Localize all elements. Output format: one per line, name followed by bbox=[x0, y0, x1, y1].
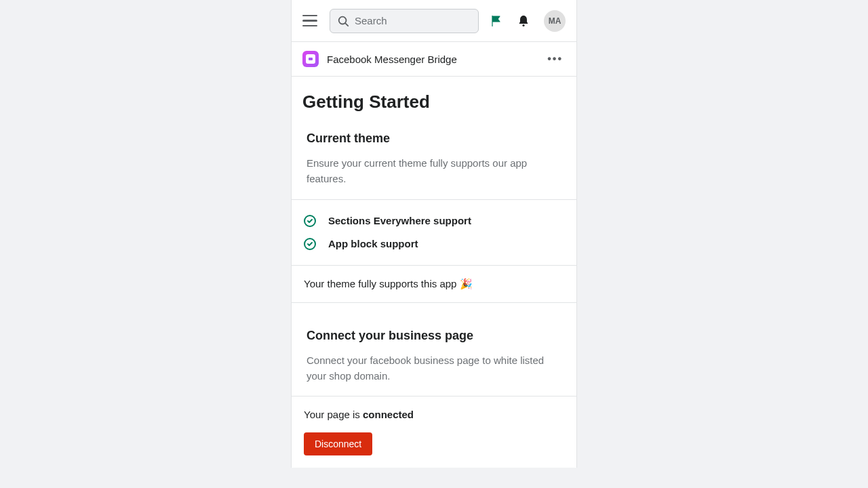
menu-icon[interactable] bbox=[302, 12, 321, 30]
app-title-wrap: Facebook Messenger Bridge bbox=[302, 51, 457, 67]
search-icon bbox=[337, 15, 349, 27]
check-item-label: App block support bbox=[328, 238, 418, 249]
section-description: Ensure your current theme fully supports… bbox=[307, 155, 561, 187]
avatar[interactable]: MA bbox=[544, 10, 566, 32]
svg-point-0 bbox=[339, 16, 347, 24]
connect-status-card: Your page is connected Disconnect bbox=[292, 396, 576, 468]
search-field[interactable] bbox=[330, 9, 479, 33]
checklist: Sections Everywhere support App block su… bbox=[292, 200, 576, 265]
section-header: Connect your business page Connect your … bbox=[292, 329, 576, 396]
check-circle-icon bbox=[304, 238, 316, 250]
app-container: MA Facebook Messenger Bridge ••• Getting… bbox=[291, 0, 577, 468]
theme-support-card: Sections Everywhere support App block su… bbox=[292, 199, 576, 303]
svg-line-1 bbox=[346, 23, 349, 26]
app-header: Facebook Messenger Bridge ••• bbox=[292, 42, 576, 77]
svg-point-2 bbox=[522, 24, 524, 26]
section-title: Current theme bbox=[307, 131, 561, 146]
app-logo-icon bbox=[302, 51, 319, 67]
bell-icon[interactable] bbox=[517, 14, 530, 28]
flag-icon[interactable] bbox=[490, 14, 503, 28]
status-value: connected bbox=[363, 409, 414, 420]
list-item: Sections Everywhere support bbox=[304, 209, 564, 232]
topbar-actions: MA bbox=[490, 10, 566, 32]
section-description: Connect your facebook business page to w… bbox=[307, 352, 561, 384]
avatar-initials: MA bbox=[549, 16, 561, 26]
app-name: Facebook Messenger Bridge bbox=[327, 54, 457, 65]
search-input[interactable] bbox=[355, 15, 471, 26]
section-current-theme: Current theme Ensure your current theme … bbox=[292, 131, 576, 303]
more-icon[interactable]: ••• bbox=[545, 50, 566, 68]
connection-status: Your page is connected bbox=[304, 409, 564, 420]
disconnect-button[interactable]: Disconnect bbox=[304, 432, 372, 455]
list-item: App block support bbox=[304, 232, 564, 256]
theme-support-footer: Your theme fully supports this app 🎉 bbox=[292, 265, 576, 302]
status-prefix: Your page is bbox=[304, 409, 363, 420]
check-item-label: Sections Everywhere support bbox=[328, 215, 471, 226]
page-title: Getting Started bbox=[292, 77, 576, 131]
topbar: MA bbox=[292, 0, 576, 42]
check-circle-icon bbox=[304, 215, 316, 227]
section-header: Current theme Ensure your current theme … bbox=[292, 131, 576, 199]
section-title: Connect your business page bbox=[307, 329, 561, 343]
section-connect-page: Connect your business page Connect your … bbox=[292, 329, 576, 468]
